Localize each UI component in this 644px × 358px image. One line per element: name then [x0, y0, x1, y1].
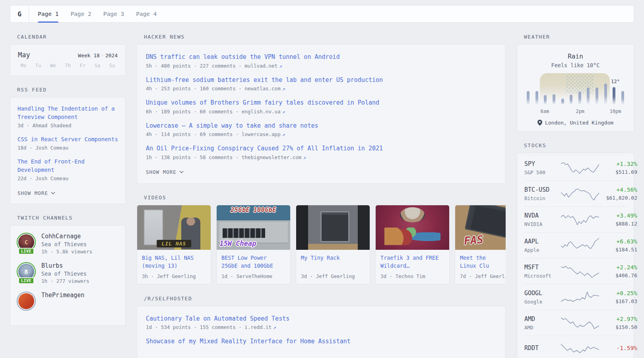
stock-price: $406.76	[599, 272, 637, 278]
stock-change: +3.49%	[599, 212, 637, 219]
stock-row: MSFT Microsoft +2.24% $406.76	[524, 258, 627, 284]
twitch-avatar-wrap	[17, 292, 36, 311]
chevron-down-icon	[51, 192, 55, 195]
external-link-icon[interactable]: ↗	[303, 154, 306, 160]
video-thumbnail[interactable]: 25GbE 100GbE 15W Cheap	[217, 205, 290, 250]
hackernews-show-more-button[interactable]: SHOW MORE	[146, 169, 184, 175]
stock-name: Apple	[524, 247, 561, 253]
video-thumbnail[interactable]	[376, 205, 449, 250]
video-title-link[interactable]: BEST Low Power 25GbE and 100GbE Switch…	[221, 254, 285, 270]
external-link-icon[interactable]: ↗	[282, 131, 285, 137]
video-card[interactable]: FAS Meet the Linux Clu 7d · Jeff Geerlin…	[455, 205, 506, 284]
selfhosted-item-link[interactable]: Cautionary Tale on Automated Speed Tests	[146, 314, 497, 323]
stock-change: +4.56%	[599, 187, 637, 193]
stock-row: SPY S&P 500 +1.32% $511.69	[524, 155, 627, 181]
hackernews-item: DNS traffic can leak outside the VPN tun…	[146, 53, 497, 69]
calendar-day-header: Th	[60, 63, 75, 68]
dashboard: G Page 1 Page 2 Page 3 Page 4 CALENDAR M…	[0, 5, 644, 358]
hackernews-item-link[interactable]: Unique volumes of Brothers Grimm fairy t…	[146, 98, 497, 107]
stock-name: S&P 500	[524, 169, 561, 175]
stock-symbol[interactable]: RDDT	[524, 344, 561, 352]
rss-list: Handling The Indentation of a Treeview C…	[17, 105, 118, 181]
twitch-channel-name[interactable]: ThePrimeagen	[41, 292, 84, 299]
external-link-icon[interactable]: ↗	[282, 109, 285, 115]
temperature-bar	[527, 91, 530, 105]
twitch-channel-row[interactable]: ThePrimeagen	[17, 292, 119, 311]
stock-values: +3.49% $888.12	[599, 212, 637, 227]
meta-text: 1h · 138 points · 58 comments · thebigne…	[146, 154, 301, 160]
stock-symbol[interactable]: SPY	[524, 160, 561, 167]
twitch-channel-name[interactable]: CohhCarnage	[41, 233, 92, 240]
hackernews-item-link[interactable]: DNS traffic can leak outside the VPN tun…	[146, 53, 497, 62]
twitch-channel-category[interactable]: Sea of Thieves	[41, 270, 89, 277]
stock-id: NVDA NVIDIA	[524, 212, 561, 227]
separator-dot: ·	[101, 53, 104, 58]
hackernews-item-meta: 4h · 253 points · 160 comments · newatla…	[146, 86, 497, 91]
video-thumbnail[interactable]	[296, 205, 370, 250]
meta-text: 4h · 114 points · 69 comments · lowercas…	[146, 131, 281, 137]
stock-symbol[interactable]: AMD	[524, 315, 561, 323]
rss-item-link[interactable]: Handling The Indentation of a Treeview C…	[17, 105, 118, 121]
twitch-channel-name[interactable]: Blurbs	[41, 262, 89, 269]
video-title-link[interactable]: Traefik 3 and FREE Wildcard…	[380, 254, 444, 270]
rss-show-more-button[interactable]: SHOW MORE	[17, 190, 55, 196]
live-badge: LIVE	[18, 248, 34, 255]
temperature-bar	[613, 87, 615, 105]
rss-widget: RSS FEED Handling The Indentation of a T…	[10, 87, 126, 204]
video-card[interactable]: My Tiny Rack 3d · Jeff Geerling	[296, 205, 370, 284]
external-link-icon[interactable]: ↗	[273, 324, 276, 330]
page-tab[interactable]: Page 4	[136, 6, 157, 22]
video-title-link[interactable]: Big NAS, Lil NAS (moving 13)	[142, 254, 206, 270]
video-card[interactable]: 25GbE 100GbE 15W Cheap BEST Low Power 25…	[216, 205, 291, 284]
page-grid: CALENDAR May Week 18·2024 MoTuWeThFrSaSu	[10, 34, 634, 358]
video-meta: 3d · Techno Tim	[380, 273, 444, 279]
stock-sparkline	[561, 289, 599, 305]
page-tab[interactable]: Page 2	[70, 6, 91, 22]
twitch-widget: TWITCH CHANNELS C LIVE	[10, 215, 126, 326]
rss-item-link[interactable]: CSS in React Server Components	[17, 135, 118, 144]
hour-label: 2pm	[576, 109, 584, 114]
video-meta: 3h · Jeff Geerling	[142, 273, 206, 279]
video-card[interactable]: Traefik 3 and FREE Wildcard… 3d · Techno…	[375, 205, 450, 284]
video-title-link[interactable]: Meet the Linux Clu	[460, 254, 506, 270]
stock-symbol[interactable]: GOOGL	[524, 290, 561, 297]
stock-symbol[interactable]: AAPL	[524, 238, 561, 245]
weather-title: WEATHER	[524, 34, 634, 40]
app-logo[interactable]: G	[10, 6, 29, 22]
hackernews-item-link[interactable]: Lithium-free sodium batteries exit the l…	[146, 76, 497, 85]
video-title-link[interactable]: My Tiny Rack	[301, 254, 365, 262]
video-card[interactable]: LIL NAS Big NAS, Lil NAS (moving 13) 3h …	[137, 205, 211, 284]
stock-values: +6.63% $184.51	[599, 238, 637, 253]
rss-item-link[interactable]: The End of Front-End Development	[17, 158, 118, 174]
stock-symbol[interactable]: BTC-USD	[524, 186, 561, 193]
stock-symbol[interactable]: MSFT	[524, 264, 561, 271]
twitch-channel-row[interactable]: C LIVE CohhCarnage Sea of Thieves 1h · 5…	[17, 233, 119, 255]
hackernews-list: DNS traffic can leak outside the VPN tun…	[146, 53, 497, 160]
hackernews-item-link[interactable]: Lowercase – A simple way to take and sha…	[146, 121, 497, 130]
calendar-widget: CALENDAR May Week 18·2024 MoTuWeThFrSaSu	[10, 34, 126, 76]
selfhosted-item-link[interactable]: Showcase of my Mixed Reality Interface f…	[146, 337, 497, 346]
page-tab[interactable]: Page 1	[38, 6, 58, 22]
hackernews-card: DNS traffic can leak outside the VPN tun…	[137, 44, 506, 184]
video-thumbnail[interactable]: FAS	[455, 205, 506, 250]
page-tab-label: Page 3	[103, 11, 124, 17]
external-link-icon[interactable]: ↗	[282, 86, 285, 91]
thumbnail-shade	[137, 205, 211, 250]
page-tab[interactable]: Page 3	[103, 6, 124, 22]
twitch-card: C LIVE CohhCarnage Sea of Thieves 1h · 5…	[10, 225, 126, 326]
video-thumbnail[interactable]: LIL NAS	[137, 205, 211, 250]
hackernews-item-link[interactable]: An Oil Price-Fixing Conspiracy Caused 27…	[146, 144, 497, 153]
selfhosted-list: Cautionary Tale on Automated Speed Tests…	[146, 314, 497, 346]
video-card-body: Traefik 3 and FREE Wildcard… 3d · Techno…	[376, 250, 449, 284]
calendar-week-number: Week 18	[78, 53, 100, 58]
stock-symbol[interactable]: NVDA	[524, 212, 561, 219]
external-link-icon[interactable]: ↗	[279, 63, 282, 69]
stock-sparkline	[561, 263, 599, 279]
twitch-channel-row[interactable]: B LIVE Blurbs Sea of Thieves 1h · 277 vi…	[17, 262, 119, 284]
calendar-year: 2024	[105, 53, 118, 58]
video-card-body: BEST Low Power 25GbE and 100GbE Switch… …	[217, 250, 290, 284]
twitch-channel-category[interactable]: Sea of Thieves	[41, 241, 92, 247]
rss-title: RSS FEED	[17, 87, 126, 93]
hackernews-item-meta: 5h · 480 points · 227 comments · mullvad…	[146, 63, 497, 69]
twitch-title: TWITCH CHANNELS	[17, 215, 126, 221]
